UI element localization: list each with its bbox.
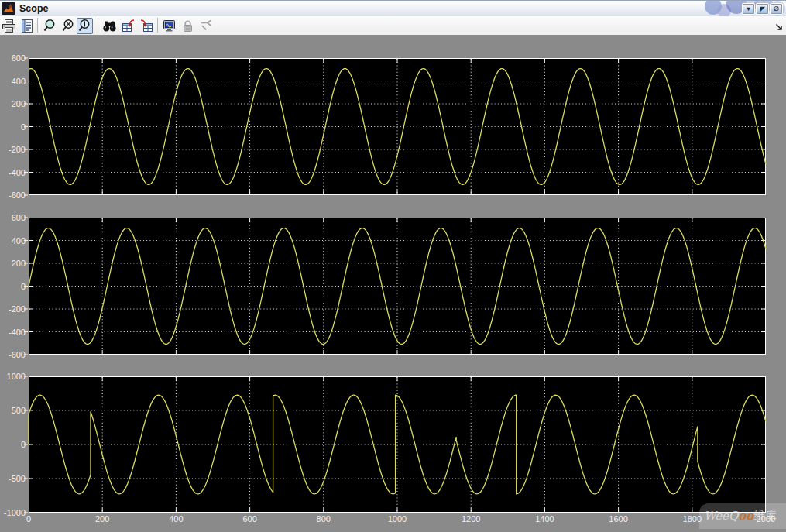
- y-tick-label: 0: [0, 282, 26, 291]
- x-tick-label: 400: [159, 514, 193, 523]
- matlab-icon: [2, 2, 15, 15]
- y-tick-label: 400: [0, 77, 26, 86]
- x-tick-label: 200: [85, 514, 119, 523]
- toolbar-separator: [157, 18, 160, 33]
- x-tick-label: 1200: [454, 514, 488, 523]
- watermark: WeeQoo维库: [699, 503, 786, 529]
- y-tick-label: -200: [0, 304, 26, 314]
- y-tick-label: -400: [0, 328, 26, 337]
- floating-scope-button[interactable]: [161, 18, 177, 34]
- x-tick-label: 600: [233, 514, 267, 523]
- scope-axes-2: [29, 218, 766, 355]
- printer-icon: [2, 19, 16, 33]
- toolbar-separator: [37, 18, 40, 33]
- y-tick-label: 600: [0, 213, 26, 222]
- title-bar: Scope ▾ ◤ ∅: [0, 0, 786, 16]
- toolbar-separator: [98, 18, 101, 33]
- floating-scope-icon: [162, 19, 177, 33]
- watermark-text: WeeQoo维库: [704, 509, 777, 523]
- parameters-button[interactable]: [19, 18, 35, 34]
- y-tick-label: -500: [0, 474, 26, 483]
- print-button[interactable]: [1, 18, 17, 34]
- parameters-icon: [19, 19, 34, 33]
- restore-axes-button[interactable]: [139, 18, 155, 34]
- autoscale-button[interactable]: [101, 18, 118, 34]
- y-tick-label: 0: [0, 440, 26, 449]
- restore-axes-icon: [139, 19, 154, 33]
- y-tick-label: 200: [0, 259, 26, 268]
- scope-plot-3: [29, 376, 766, 513]
- signal-selection-icon: [199, 19, 214, 33]
- y-tick-label: 500: [0, 406, 26, 415]
- save-axes-icon: [121, 19, 136, 33]
- toolbar: [0, 16, 786, 36]
- lock-axes-button[interactable]: [180, 18, 196, 34]
- binoculars-icon: [102, 19, 117, 33]
- zoom-x-button[interactable]: [60, 18, 77, 34]
- x-tick-label: 1000: [380, 514, 414, 523]
- close-button[interactable]: ∅: [770, 3, 783, 15]
- scope-axes-1: [29, 58, 766, 195]
- signal-selection-button[interactable]: [198, 18, 215, 34]
- zoom-y-button[interactable]: [77, 18, 93, 34]
- scope-axes-3: [29, 376, 766, 513]
- y-tick-label: 600: [0, 53, 26, 63]
- x-tick-label: 800: [307, 514, 341, 523]
- x-tick-label: 0: [12, 514, 46, 523]
- y-tick-label: 0: [0, 122, 26, 132]
- y-tick-label: 1000: [0, 372, 26, 381]
- zoom-x-icon: [61, 19, 76, 33]
- x-tick-label: 1600: [602, 514, 636, 523]
- minimize-button[interactable]: ▾: [742, 3, 755, 15]
- y-tick-label: 200: [0, 99, 26, 108]
- scope-plot-1: [29, 58, 766, 195]
- window-title: Scope: [19, 3, 49, 14]
- save-axes-button[interactable]: [120, 18, 136, 34]
- y-tick-label: -200: [0, 145, 26, 154]
- x-tick-label: 1400: [527, 514, 561, 523]
- toolbar-overflow-arrow[interactable]: [775, 21, 784, 35]
- zoom-y-icon: [77, 19, 92, 33]
- scope-plot-2: [29, 218, 766, 355]
- y-tick-label: 400: [0, 236, 26, 245]
- y-tick-label: -400: [0, 168, 26, 177]
- zoom-icon: [43, 19, 57, 33]
- zoom-button[interactable]: [42, 18, 58, 34]
- y-tick-label: -600: [0, 190, 26, 200]
- maximize-button[interactable]: ◤: [756, 3, 769, 15]
- overflow-arrow-icon: [775, 23, 784, 32]
- lock-icon: [180, 19, 195, 33]
- y-tick-label: -600: [0, 350, 26, 359]
